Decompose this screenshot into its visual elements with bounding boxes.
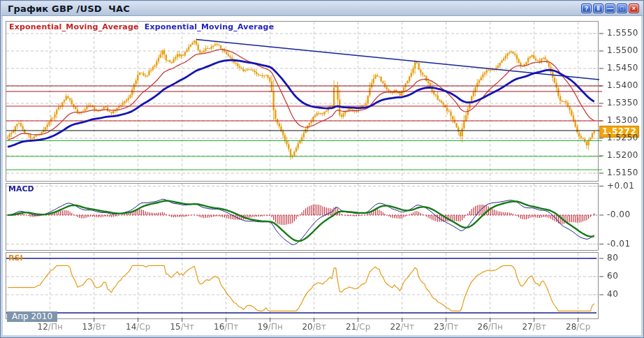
date-label: 16/Пт — [204, 322, 249, 332]
pause-button[interactable]: ‖ — [593, 3, 603, 13]
price-axis-label: 1.5250 — [607, 133, 638, 142]
weekday-label: /Пн — [488, 322, 503, 332]
macd-axis-label: -0.00 — [607, 210, 631, 219]
weekday-label: /Пн — [268, 322, 283, 332]
window-title: График GBP /USD ЧАС — [8, 3, 130, 14]
date-label: 28/Ср — [556, 322, 601, 332]
price-chart-pane[interactable] — [6, 21, 599, 182]
weekday-label: /Чт — [181, 322, 194, 332]
rsi-label: RSI — [8, 254, 23, 263]
price-axis-label: 1.5550 — [607, 28, 638, 38]
weekday-label: /Пт — [444, 322, 458, 332]
weekday-label: /Пт — [224, 322, 238, 332]
date-label: 26/Пн — [468, 322, 513, 332]
weekday-label: /Пн — [48, 322, 63, 332]
price-axis-label: 1.5450 — [607, 63, 638, 73]
month-badge: Апр 2010 — [7, 311, 57, 322]
maximize-button[interactable]: □ — [617, 3, 627, 13]
close-button[interactable]: × — [629, 3, 639, 13]
indicator-legend: Exponential_Moving_AverageExponential_Mo… — [9, 22, 274, 31]
date-label: 21/Ср — [336, 322, 381, 332]
weekday-label: /Чт — [401, 322, 414, 332]
weekday-label: /Вт — [313, 322, 326, 332]
weekday-label: /Вт — [533, 322, 546, 332]
rsi-axis-label: 40 — [607, 289, 618, 299]
ema-fast-legend-label: Exponential_Moving_Average — [9, 22, 139, 31]
date-label: 19/Пн — [248, 322, 293, 332]
help-button[interactable]: ? — [581, 3, 592, 13]
macd-axis-label: -0.01 — [607, 239, 631, 249]
date-label: 27/Вт — [512, 322, 557, 332]
price-axis-label: 1.5350 — [607, 98, 638, 108]
weekday-label: /Вт — [93, 322, 106, 332]
window-titlebar[interactable]: График GBP /USD ЧАС ?‖—□× — [1, 1, 643, 16]
date-label: 12/Пн — [28, 322, 73, 332]
macd-label: MACD — [8, 184, 34, 193]
minimize-button[interactable]: — — [605, 3, 615, 13]
rsi-pane[interactable] — [6, 252, 599, 319]
weekday-label: /Ср — [136, 322, 150, 332]
price-axis-label: 1.5500 — [607, 45, 638, 55]
rsi-axis-label: 80 — [607, 253, 618, 263]
date-label: 20/Вт — [292, 322, 337, 332]
date-label: 23/Пт — [424, 322, 469, 332]
weekday-label: /Ср — [576, 322, 590, 332]
date-label: 13/Вт — [72, 322, 117, 332]
price-axis-label: 1.5150 — [607, 168, 638, 177]
chart-window: График GBP /USD ЧАС ?‖—□× Exponential_Mo… — [0, 0, 644, 338]
window-buttons: ?‖—□× — [581, 3, 639, 13]
rsi-axis-label: 60 — [607, 271, 618, 281]
date-label: 15/Чт — [160, 322, 205, 332]
weekday-label: /Ср — [356, 322, 370, 332]
date-label: 14/Ср — [116, 322, 161, 332]
macd-pane[interactable] — [6, 183, 599, 251]
price-axis-label: 1.5400 — [607, 80, 638, 90]
price-axis-label: 1.5200 — [607, 150, 638, 160]
date-label: 22/Чт — [380, 322, 425, 332]
ema-slow-legend-label: Exponential_Moving_Average — [145, 22, 275, 31]
macd-axis-label: +0.01 — [607, 181, 634, 191]
price-axis-label: 1.5300 — [607, 115, 638, 125]
